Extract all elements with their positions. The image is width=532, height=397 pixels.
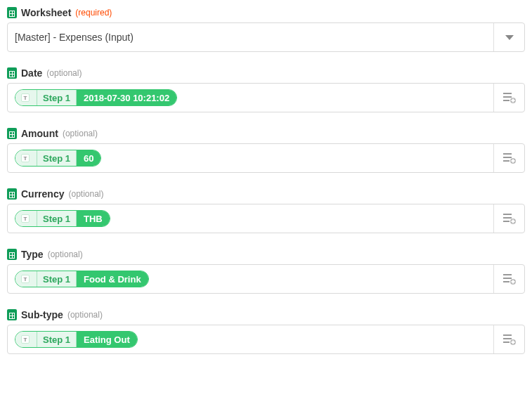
type-marker: T	[15, 150, 37, 166]
chip-step: Step 1	[37, 271, 77, 287]
label-requirement: (required)	[75, 8, 112, 18]
list-plus-icon	[503, 334, 516, 345]
dropdown-toggle[interactable]	[493, 23, 524, 51]
svg-rect-5	[511, 100, 514, 101]
worksheet-select[interactable]: [Master] - Expenses (Input)	[7, 22, 525, 52]
label-text: Amount	[21, 128, 58, 139]
insert-data-button[interactable]	[493, 204, 524, 233]
selected-value: [Master] - Expenses (Input)	[15, 32, 134, 43]
field-label: Date (optional)	[7, 67, 525, 79]
chip-value: Food & Drink	[77, 271, 148, 287]
insert-data-button[interactable]	[493, 265, 524, 293]
svg-rect-23	[511, 281, 514, 282]
field-label: Currency (optional)	[7, 188, 525, 200]
chip-value: Eating Out	[77, 332, 137, 347]
field-date: Date (optional) T Step 1 2018-07-30 10:2…	[7, 67, 525, 112]
chip-step: Step 1	[37, 332, 77, 347]
sheet-icon	[7, 249, 17, 260]
svg-rect-7	[503, 157, 512, 158]
sheet-icon	[7, 67, 17, 79]
label-requirement: (optional)	[68, 189, 103, 199]
field-type: Type (optional) T Step 1 Food & Drink	[7, 249, 525, 294]
sheet-icon	[7, 7, 17, 18]
svg-rect-1	[503, 96, 512, 98]
field-amount: Amount (optional) T Step 1 60	[7, 128, 525, 173]
svg-rect-26	[503, 341, 510, 343]
label-text: Currency	[21, 188, 64, 200]
insert-data-button[interactable]	[493, 84, 524, 112]
label-text: Date	[21, 67, 42, 79]
step-chip[interactable]: T Step 1 60	[15, 150, 101, 167]
type-marker: T	[15, 211, 37, 226]
date-input[interactable]: T Step 1 2018-07-30 10:21:02	[7, 83, 525, 112]
type-input[interactable]: T Step 1 Food & Drink	[7, 264, 525, 294]
label-requirement: (optional)	[67, 310, 103, 320]
svg-rect-24	[503, 334, 512, 336]
chip-step: Step 1	[37, 150, 77, 166]
step-chip[interactable]: T Step 1 Eating Out	[15, 331, 138, 348]
type-marker: T	[15, 271, 37, 287]
subtype-input[interactable]: T Step 1 Eating Out	[7, 325, 525, 354]
type-marker: T	[15, 332, 37, 347]
chip-value: THB	[77, 211, 110, 226]
field-content: T Step 1 Eating Out	[8, 325, 493, 353]
insert-data-button[interactable]	[493, 325, 524, 353]
svg-rect-12	[503, 214, 512, 215]
type-marker: T	[15, 90, 37, 105]
insert-data-button[interactable]	[493, 144, 524, 172]
field-content: T Step 1 60	[8, 144, 493, 172]
label-text: Sub-type	[21, 309, 63, 320]
field-content: T Step 1 Food & Drink	[8, 265, 493, 293]
field-currency: Currency (optional) T Step 1 THB	[7, 188, 525, 233]
svg-rect-8	[503, 160, 510, 162]
svg-rect-17	[511, 221, 514, 222]
chip-step: Step 1	[37, 211, 77, 226]
svg-rect-19	[503, 278, 512, 279]
field-content: T Step 1 THB	[8, 204, 493, 233]
svg-rect-20	[503, 281, 510, 282]
svg-rect-18	[503, 274, 512, 275]
svg-rect-25	[503, 338, 512, 339]
currency-input[interactable]: T Step 1 THB	[7, 204, 525, 233]
label-text: Type	[21, 249, 44, 260]
step-chip[interactable]: T Step 1 Food & Drink	[15, 271, 149, 287]
label-requirement: (optional)	[48, 249, 83, 259]
label-text: Worksheet	[21, 7, 71, 18]
field-label: Amount (optional)	[7, 128, 525, 139]
list-plus-icon	[503, 152, 516, 164]
field-content: T Step 1 2018-07-30 10:21:02	[8, 84, 493, 112]
sheet-icon	[7, 309, 17, 320]
sheet-icon	[7, 188, 17, 200]
svg-rect-13	[503, 217, 512, 219]
svg-rect-11	[511, 160, 514, 162]
step-chip[interactable]: T Step 1 THB	[15, 210, 110, 227]
chip-step: Step 1	[37, 90, 77, 105]
chip-value: 2018-07-30 10:21:02	[77, 90, 176, 105]
list-plus-icon	[503, 213, 516, 224]
chevron-down-icon	[505, 35, 514, 40]
svg-rect-14	[503, 221, 510, 222]
chip-value: 60	[77, 150, 100, 166]
svg-rect-2	[503, 100, 510, 101]
label-requirement: (optional)	[46, 68, 82, 78]
field-label: Worksheet (required)	[7, 7, 525, 18]
list-plus-icon	[503, 92, 516, 103]
field-subtype: Sub-type (optional) T Step 1 Eating Out	[7, 309, 525, 354]
field-label: Type (optional)	[7, 249, 525, 260]
field-worksheet: Worksheet (required) [Master] - Expenses…	[7, 7, 525, 52]
svg-rect-6	[503, 153, 512, 155]
svg-rect-29	[511, 341, 514, 343]
label-requirement: (optional)	[63, 129, 98, 138]
field-label: Sub-type (optional)	[7, 309, 525, 320]
sheet-icon	[7, 128, 17, 139]
worksheet-value: [Master] - Expenses (Input)	[8, 23, 493, 51]
svg-rect-0	[503, 93, 512, 94]
list-plus-icon	[503, 273, 516, 285]
amount-input[interactable]: T Step 1 60	[7, 143, 525, 173]
step-chip[interactable]: T Step 1 2018-07-30 10:21:02	[15, 89, 177, 106]
